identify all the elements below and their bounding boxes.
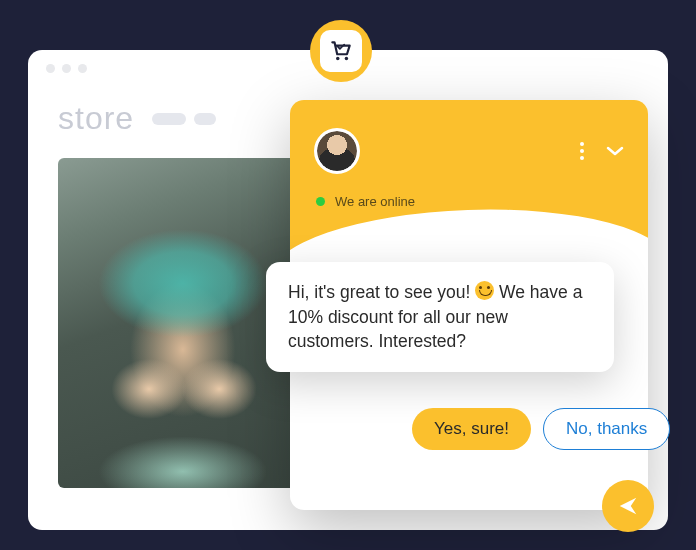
store-title: store [58, 100, 134, 137]
nav-pill [152, 113, 186, 125]
chat-launcher-badge[interactable] [310, 20, 372, 82]
send-button[interactable] [602, 480, 654, 532]
reply-no-button[interactable]: No, thanks [543, 408, 670, 450]
agent-avatar [314, 128, 360, 174]
window-dot [62, 64, 71, 73]
status-text: We are online [335, 194, 415, 209]
window-dot [78, 64, 87, 73]
svg-point-1 [345, 57, 348, 60]
more-menu-icon[interactable] [580, 142, 584, 160]
chat-message: Hi, it's great to see you! We have a 10%… [266, 262, 614, 372]
store-header: store [58, 100, 216, 137]
cart-icon [328, 38, 354, 64]
chat-header: We are online [290, 100, 648, 260]
quick-replies: Yes, sure! No, thanks [412, 408, 670, 450]
smile-emoji-icon [475, 281, 494, 300]
window-controls [46, 64, 87, 73]
chevron-down-icon[interactable] [606, 145, 624, 157]
send-icon [617, 495, 639, 517]
status-row: We are online [316, 194, 415, 209]
reply-yes-button[interactable]: Yes, sure! [412, 408, 531, 450]
online-indicator [316, 197, 325, 206]
message-text-1: Hi, it's great to see you! [288, 282, 475, 302]
svg-point-0 [336, 57, 339, 60]
chat-controls [580, 142, 624, 160]
cart-icon-container [320, 30, 362, 72]
nav-placeholder [152, 113, 216, 125]
nav-pill [194, 113, 216, 125]
window-dot [46, 64, 55, 73]
